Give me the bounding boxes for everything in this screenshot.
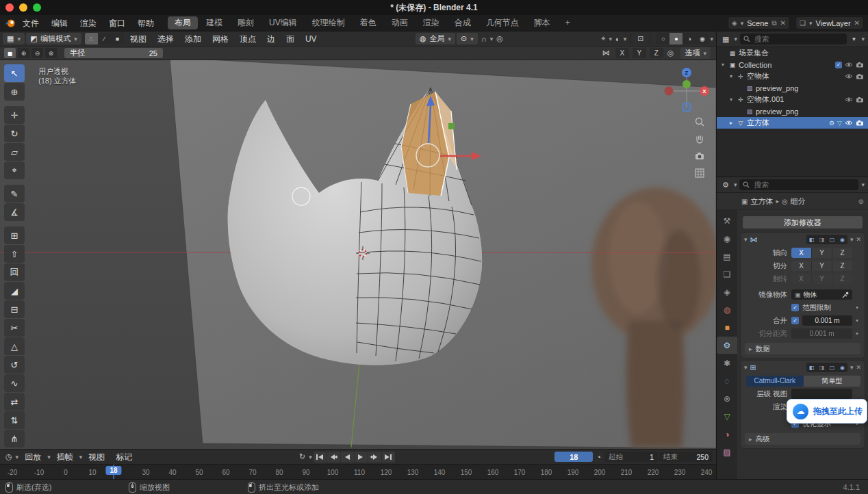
tab-output[interactable]: ▤: [717, 248, 737, 265]
blender-logo-icon[interactable]: [4, 18, 16, 28]
menu-view[interactable]: 视图: [125, 31, 151, 47]
expand-icon[interactable]: ▾: [744, 364, 748, 371]
select-op-subtract-icon[interactable]: ⊖: [31, 48, 43, 58]
gizmo-y-handle[interactable]: [448, 123, 455, 129]
tab-texture[interactable]: ▨: [717, 443, 737, 460]
animate-dot-icon[interactable]: •: [852, 317, 862, 324]
menu-edit[interactable]: 编辑: [45, 15, 74, 31]
pan-hand-icon[interactable]: [694, 133, 705, 144]
sync-icon[interactable]: ↻: [297, 452, 307, 461]
pivot-point-dropdown[interactable]: ⊙ ▾: [457, 33, 478, 44]
tool-annotate[interactable]: ✎: [4, 185, 25, 203]
mesh-data-icon[interactable]: ▽: [837, 120, 842, 127]
jump-to-end-button[interactable]: [382, 452, 395, 463]
workspace-tab-rendering[interactable]: 渲染: [416, 16, 446, 29]
tab-modifiers[interactable]: ⚙: [717, 337, 737, 354]
jump-to-start-button[interactable]: [314, 452, 327, 463]
render-camera-icon[interactable]: [856, 96, 864, 103]
outliner-row-cube-selected[interactable]: ▸ ▽ 立方体 ⚙ ▽: [717, 117, 868, 129]
workspace-tab-geometry-nodes[interactable]: 几何节点: [479, 16, 526, 29]
rendered-shading-button[interactable]: ◉: [695, 33, 709, 44]
snap-symmetry-icon[interactable]: ◎: [665, 49, 676, 57]
data-subpanel-header[interactable]: ▸ 数据: [745, 343, 860, 354]
outliner-row-scene-collection[interactable]: ▦ 场景集合: [717, 47, 868, 59]
tab-material[interactable]: ◑: [717, 426, 737, 443]
unlink-scene-icon[interactable]: ✕: [780, 19, 786, 27]
display-cage-toggle[interactable]: ◨: [817, 363, 827, 372]
eyedropper-icon[interactable]: [842, 291, 849, 298]
tool-move[interactable]: ✛: [4, 106, 25, 124]
tool-shrink-fatten[interactable]: ⇅: [4, 411, 25, 429]
tool-edge-slide[interactable]: ⇄: [4, 393, 25, 411]
transform-orientation-dropdown[interactable]: ◍ 全局 ▾: [416, 33, 455, 44]
3d-scene[interactable]: [0, 60, 716, 449]
minimize-window-button[interactable]: [19, 3, 27, 12]
chevron-down-icon[interactable]: ▾: [309, 454, 312, 460]
select-op-intersect-icon[interactable]: ⊗: [45, 48, 57, 58]
tab-physics[interactable]: ◌: [717, 372, 737, 389]
vertex-select-button[interactable]: ∴: [85, 33, 98, 44]
display-editmode-toggle[interactable]: ◧: [806, 235, 817, 244]
expander-icon[interactable]: ▾: [728, 96, 735, 103]
outliner-row-empty[interactable]: ▾ ✛ 空物体: [717, 70, 868, 82]
tool-transform[interactable]: ⌖: [4, 161, 25, 179]
display-render-toggle[interactable]: ◉: [837, 235, 847, 244]
chevron-down-icon[interactable]: ▾: [624, 36, 627, 42]
flip-x-toggle[interactable]: X: [791, 274, 812, 284]
flip-z-toggle[interactable]: Z: [832, 274, 852, 284]
expander-icon[interactable]: ▸: [728, 120, 735, 126]
flip-y-toggle[interactable]: Y: [812, 274, 832, 284]
hide-eye-icon[interactable]: [845, 120, 853, 126]
tool-loop-cut[interactable]: ⊟: [4, 300, 25, 318]
menu-help[interactable]: 帮助: [131, 15, 160, 31]
zoom-window-button[interactable]: [33, 3, 41, 12]
menu-keying[interactable]: 插帧: [52, 450, 78, 465]
snap-options-chevron-icon[interactable]: ▾: [490, 36, 494, 42]
animate-dot-icon[interactable]: •: [852, 304, 862, 311]
axis-y-ball[interactable]: [682, 80, 691, 88]
display-cage-toggle[interactable]: ◨: [817, 235, 827, 244]
workspace-tab-texture-paint[interactable]: 纹理绘制: [305, 16, 352, 29]
prev-keyframe-button[interactable]: [327, 452, 340, 463]
workspace-tab-sculpting[interactable]: 雕刻: [231, 16, 261, 29]
workspace-tab-animation[interactable]: 动画: [385, 16, 415, 29]
options-dropdown[interactable]: 选项 ▾: [680, 47, 711, 59]
tool-cursor[interactable]: ⊕: [4, 83, 25, 101]
tool-smooth[interactable]: ∿: [4, 374, 25, 392]
expander-icon[interactable]: ▾: [719, 62, 726, 68]
menu-marker[interactable]: 标记: [111, 450, 137, 465]
shading-options-chevron-icon[interactable]: ▾: [710, 36, 713, 42]
drag-upload-overlay[interactable]: ☁ 拖拽至此上传: [787, 399, 867, 424]
expander-icon[interactable]: ▾: [728, 73, 735, 79]
menu-add[interactable]: 添加: [180, 31, 206, 47]
tab-object-data[interactable]: ▽: [717, 408, 737, 425]
material-preview-button[interactable]: ◑: [682, 33, 695, 44]
chevron-down-icon[interactable]: ▾: [861, 36, 865, 42]
animate-dot-icon[interactable]: •: [852, 330, 862, 337]
view-layer-selector[interactable]: ❏ ▾ ViewLayer ✕: [795, 16, 864, 29]
mirror-y-toggle[interactable]: Y: [633, 48, 646, 58]
menu-file[interactable]: 文件: [16, 15, 45, 31]
filter-funnel-icon[interactable]: ▼: [850, 36, 859, 42]
workspace-tab-uv[interactable]: UV编辑: [262, 16, 304, 29]
mirror-object-field[interactable]: ▣ 物体: [791, 289, 852, 300]
use-preview-range-clock-icon[interactable]: ◔: [594, 453, 603, 461]
tool-spin[interactable]: ↺: [4, 356, 25, 374]
render-camera-icon[interactable]: [856, 120, 864, 126]
zoom-icon[interactable]: [694, 116, 705, 127]
workspace-tab-scripting[interactable]: 脚本: [527, 16, 557, 29]
outliner-row-collection[interactable]: ▾ ▣ Collection ✓: [717, 59, 868, 70]
tool-knife[interactable]: ✂: [4, 319, 25, 337]
tab-render[interactable]: ◉: [717, 230, 737, 247]
show-overlays-icon[interactable]: ◐: [613, 35, 622, 43]
workspace-tab-shading[interactable]: 着色: [353, 16, 383, 29]
radius-slider[interactable]: 半径 25: [64, 48, 163, 58]
frame-start-field[interactable]: 起始 1: [604, 452, 658, 462]
workspace-tab-compositing[interactable]: 合成: [448, 16, 478, 29]
advanced-subpanel-header[interactable]: ▸ 高级: [745, 433, 860, 445]
pin-icon[interactable]: ⊚: [858, 198, 864, 205]
playhead-frame-badge[interactable]: 18: [105, 466, 121, 475]
properties-search[interactable]: [739, 179, 858, 190]
wireframe-shading-button[interactable]: ○: [656, 33, 669, 44]
simple-button[interactable]: 简单型: [804, 376, 861, 387]
